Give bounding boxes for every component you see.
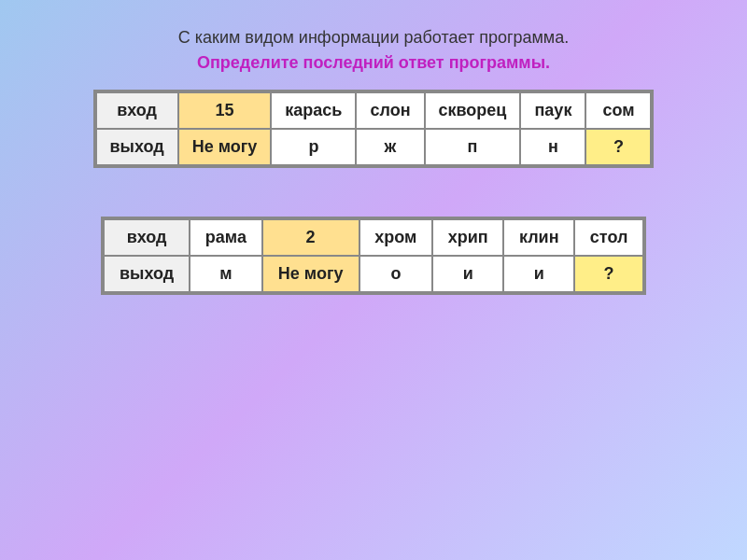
table1-r2-c5: п <box>425 129 521 165</box>
table2-r2-c4: о <box>359 256 432 292</box>
table1-r2-c1: выход <box>96 129 178 165</box>
table2-r2-c6: и <box>503 256 574 292</box>
table2-r1-c1: вход <box>104 219 190 256</box>
table2-row1: вход рама 2 хром хрип клин стол <box>104 219 643 256</box>
table2-r1-c6: клин <box>503 219 574 256</box>
table2-row2: выход м Не могу о и и ? <box>104 256 643 292</box>
table2-container: вход рама 2 хром хрип клин стол выход м … <box>101 217 646 295</box>
table1-r1-c2: 15 <box>178 92 272 129</box>
table1-r1-c6: паук <box>520 92 585 129</box>
table2-r1-c5: хрип <box>432 219 503 256</box>
table1: вход 15 карась слон скворец паук сом вых… <box>95 91 653 166</box>
table2-r2-c5: и <box>432 256 503 292</box>
table2-r2-c2: м <box>190 256 261 292</box>
table1-r1-c5: скворец <box>425 92 521 129</box>
main-title: С каким видом информации работает програ… <box>178 28 570 48</box>
table1-r2-c3: р <box>271 129 356 165</box>
table1-r1-c3: карась <box>271 92 356 129</box>
table1-container: вход 15 карась слон скворец паук сом вых… <box>93 90 655 168</box>
tables-wrapper: вход 15 карась слон скворец паук сом вых… <box>0 90 747 317</box>
table1-r1-c1: вход <box>96 92 178 129</box>
table1-row2: выход Не могу р ж п н ? <box>96 129 652 165</box>
table1-r2-c6: н <box>520 129 585 165</box>
table1-r2-c7: ? <box>585 129 651 165</box>
sub-title: Определите последний ответ программы. <box>178 53 570 73</box>
table2-r1-c4: хром <box>359 219 432 256</box>
table2-r1-c7: стол <box>574 219 643 256</box>
table1-row1: вход 15 карась слон скворец паук сом <box>96 92 652 129</box>
table2-r2-c7: ? <box>574 256 643 292</box>
table2-r1-c2: рама <box>190 219 261 256</box>
table1-r1-c4: слон <box>356 92 424 129</box>
table1-r2-c2: Не могу <box>178 129 272 165</box>
table2: вход рама 2 хром хрип клин стол выход м … <box>103 218 644 293</box>
table2-r2-c1: выход <box>104 256 190 292</box>
table1-r1-c7: сом <box>585 92 651 129</box>
table2-r1-c3: 2 <box>262 219 359 256</box>
table1-r2-c4: ж <box>356 129 424 165</box>
table2-r2-c3: Не могу <box>262 256 359 292</box>
title-block: С каким видом информации работает програ… <box>178 28 570 73</box>
